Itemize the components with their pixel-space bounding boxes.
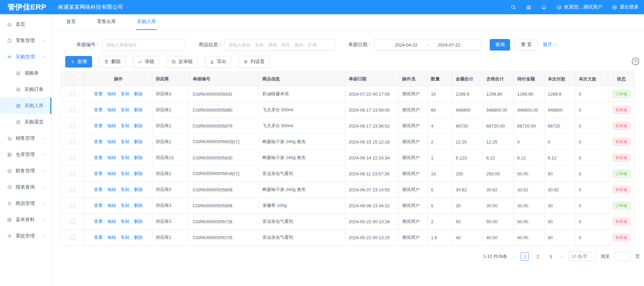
date-start-value[interactable]: 2024-04-22 bbox=[395, 42, 418, 47]
row-checkbox[interactable] bbox=[70, 219, 75, 224]
reset-button[interactable]: 重 置 bbox=[516, 39, 537, 51]
tab[interactable]: 首页 bbox=[66, 19, 76, 30]
date-end-value[interactable]: 2024-07-22 bbox=[438, 42, 460, 47]
delete-link[interactable]: 删除 bbox=[134, 123, 143, 128]
view-link[interactable]: 查看 bbox=[94, 123, 103, 128]
welcome-user[interactable]: 欢迎您，测试用户 bbox=[556, 4, 602, 10]
edit-link[interactable]: 编辑 bbox=[107, 187, 116, 192]
delete-link[interactable]: 删除 bbox=[134, 139, 143, 144]
bank-icon[interactable] bbox=[526, 4, 532, 10]
edit-link[interactable]: 编辑 bbox=[107, 219, 116, 224]
sidebar-item[interactable]: 销售管理 bbox=[0, 130, 51, 147]
edit-link[interactable]: 编辑 bbox=[107, 91, 116, 96]
copy-link[interactable]: 复制 bbox=[121, 219, 129, 224]
app-logo[interactable]: 管伊佳ERP bbox=[0, 2, 46, 12]
audit-button[interactable]: 审核 bbox=[133, 56, 159, 68]
qty-cell: 4 bbox=[428, 118, 452, 134]
row-checkbox[interactable] bbox=[70, 108, 75, 112]
copy-link[interactable]: 复制 bbox=[121, 139, 129, 144]
copy-link[interactable]: 复制 bbox=[121, 107, 129, 112]
sidebar-item[interactable]: 请购单 bbox=[0, 65, 51, 81]
edit-link[interactable]: 编辑 bbox=[107, 139, 116, 144]
copy-link[interactable]: 复制 bbox=[121, 123, 129, 128]
sidebar-item[interactable]: 商品管理 bbox=[0, 195, 51, 212]
delete-button[interactable]: 删除 bbox=[99, 56, 126, 68]
copy-link[interactable]: 复制 bbox=[121, 171, 129, 176]
row-checkbox[interactable] bbox=[70, 187, 75, 192]
edit-link[interactable]: 编辑 bbox=[107, 235, 116, 240]
prev-page-button[interactable] bbox=[512, 254, 516, 259]
row-checkbox[interactable] bbox=[70, 139, 75, 144]
edit-link[interactable]: 编辑 bbox=[107, 155, 116, 160]
sidebar-item[interactable]: 报表查询 bbox=[0, 179, 51, 195]
order-no-input[interactable] bbox=[102, 39, 185, 51]
view-link[interactable]: 查看 bbox=[94, 187, 103, 192]
view-link[interactable]: 查看 bbox=[94, 107, 103, 112]
view-link[interactable]: 查看 bbox=[94, 155, 103, 160]
row-checkbox[interactable] bbox=[70, 92, 75, 96]
page-number[interactable]: 1 bbox=[521, 252, 529, 261]
sidebar-item[interactable]: 财务管理 bbox=[0, 163, 51, 179]
sidebar-item[interactable]: 仓库管理 bbox=[0, 147, 51, 163]
home-icon bbox=[7, 22, 12, 27]
copy-link[interactable]: 复制 bbox=[121, 235, 129, 240]
sidebar-item[interactable]: 零售管理 bbox=[0, 33, 51, 49]
row-checkbox[interactable] bbox=[70, 123, 75, 128]
delete-link[interactable]: 删除 bbox=[134, 91, 143, 96]
edit-link[interactable]: 编辑 bbox=[107, 171, 116, 176]
edit-link[interactable]: 编辑 bbox=[107, 123, 116, 128]
edit-link[interactable]: 编辑 bbox=[107, 107, 116, 112]
export-button[interactable]: 导出 bbox=[205, 56, 231, 68]
product-info-input[interactable] bbox=[225, 39, 335, 51]
search-button[interactable]: 查询 bbox=[490, 39, 510, 51]
page-size-select[interactable]: 10 条/页 bbox=[568, 252, 596, 261]
jump-label: 跳至 bbox=[601, 253, 610, 260]
sidebar-item[interactable]: 采购管理 bbox=[0, 49, 51, 65]
view-link[interactable]: 查看 bbox=[94, 203, 103, 208]
view-link[interactable]: 查看 bbox=[94, 235, 103, 240]
copy-link[interactable]: 复制 bbox=[121, 203, 129, 208]
next-page-button[interactable] bbox=[559, 254, 563, 259]
row-checkbox[interactable] bbox=[70, 235, 75, 240]
page-size-value: 10 条/页 bbox=[571, 253, 588, 260]
view-link[interactable]: 查看 bbox=[94, 219, 103, 224]
edit-link[interactable]: 编辑 bbox=[107, 203, 116, 208]
copy-link[interactable]: 复制 bbox=[121, 187, 129, 192]
expand-link[interactable]: 展开 bbox=[543, 42, 557, 48]
unaudit-button[interactable]: 反审核 bbox=[166, 56, 198, 68]
view-link[interactable]: 查看 bbox=[94, 91, 103, 96]
select-all-checkbox[interactable] bbox=[70, 77, 75, 81]
add-button[interactable]: 新增 bbox=[65, 56, 92, 68]
delete-link[interactable]: 删除 bbox=[134, 155, 143, 160]
page-number[interactable]: 3 bbox=[546, 252, 555, 261]
tab[interactable]: 零售出库 bbox=[96, 19, 117, 30]
bell-icon[interactable] bbox=[541, 4, 547, 10]
logout-button[interactable]: 退出登录 bbox=[612, 4, 639, 10]
copy-link[interactable]: 复制 bbox=[121, 155, 129, 160]
date-range-input[interactable]: 2024-04-22 ~ 2024-07-22 bbox=[374, 39, 481, 51]
delete-link[interactable]: 删除 bbox=[134, 107, 143, 112]
delete-link[interactable]: 删除 bbox=[134, 187, 143, 192]
copy-link[interactable]: 复制 bbox=[121, 91, 129, 96]
delete-link[interactable]: 删除 bbox=[134, 171, 143, 176]
delete-link[interactable]: 删除 bbox=[134, 235, 143, 240]
help-icon[interactable]: ? bbox=[632, 58, 639, 65]
row-checkbox[interactable] bbox=[70, 155, 75, 160]
row-checkbox[interactable] bbox=[70, 171, 75, 176]
row-checkbox[interactable] bbox=[70, 203, 75, 208]
view-link[interactable]: 查看 bbox=[94, 171, 103, 176]
sidebar-item[interactable]: 采购退货 bbox=[0, 114, 51, 130]
sidebar-item[interactable]: 系统管理 bbox=[0, 228, 51, 244]
delete-link[interactable]: 删除 bbox=[134, 203, 143, 208]
sidebar-item[interactable]: 采购订单 bbox=[0, 81, 51, 98]
delete-link[interactable]: 删除 bbox=[134, 219, 143, 224]
tab[interactable]: 采购入库 bbox=[136, 19, 157, 30]
column-settings-button[interactable]: 列设置 bbox=[238, 56, 270, 68]
sidebar-item[interactable]: 首页 bbox=[0, 16, 51, 33]
page-number[interactable]: 2 bbox=[534, 252, 542, 261]
search-icon[interactable] bbox=[510, 4, 516, 10]
jump-page-input[interactable] bbox=[614, 252, 631, 261]
view-link[interactable]: 查看 bbox=[94, 139, 103, 144]
sidebar-item[interactable]: 基本资料 bbox=[0, 212, 51, 228]
sidebar-item[interactable]: 采购入库 bbox=[0, 98, 51, 114]
